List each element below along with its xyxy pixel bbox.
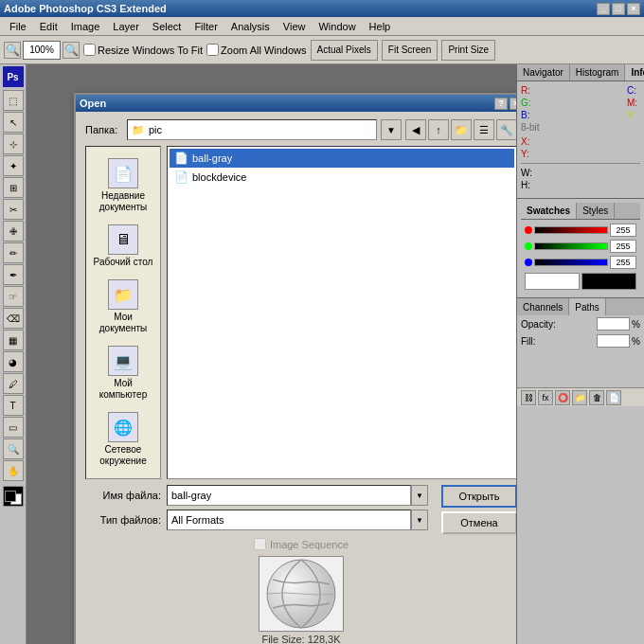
create-folder-button[interactable]: 📁 bbox=[451, 119, 472, 140]
filename-field-wrapper: ball-gray ▼ bbox=[167, 485, 428, 506]
new-group-icon[interactable]: 📁 bbox=[572, 390, 587, 405]
sidebar-desktop[interactable]: 🖥 Рабочий стол bbox=[89, 221, 157, 272]
fill-input[interactable] bbox=[597, 334, 630, 348]
filetype-label: Тип файлов: bbox=[85, 514, 161, 526]
green-slider[interactable] bbox=[534, 242, 608, 250]
blue-slider[interactable] bbox=[534, 259, 608, 266]
menu-filter[interactable]: Filter bbox=[188, 19, 223, 34]
info-r-row: R: C: bbox=[521, 85, 640, 96]
file-item-blockdevice[interactable]: 📄 blockdevice bbox=[170, 168, 514, 187]
sidebar-my-docs[interactable]: 📁 Мои документы bbox=[89, 276, 157, 338]
filetype-row: Тип файлов: All Formats ▼ bbox=[85, 510, 428, 530]
foreground-color-swatch[interactable] bbox=[525, 273, 580, 290]
tool-clone[interactable]: ✒ bbox=[3, 264, 24, 285]
filename-input[interactable]: ball-gray bbox=[167, 485, 411, 506]
green-value[interactable]: 255 bbox=[610, 240, 636, 253]
menu-edit[interactable]: Edit bbox=[34, 19, 63, 34]
dialog-help-button[interactable]: ? bbox=[494, 98, 508, 110]
dialog-title-buttons[interactable]: ? × bbox=[494, 98, 516, 110]
tool-lasso[interactable]: ⊹ bbox=[3, 134, 24, 154]
tool-eraser[interactable]: ⌫ bbox=[3, 308, 24, 329]
menu-select[interactable]: Select bbox=[147, 19, 188, 34]
swatches-tabs: Swatches Styles bbox=[521, 203, 640, 220]
tool-pen[interactable]: 🖊 bbox=[3, 373, 24, 394]
zoom-value[interactable]: 100% bbox=[23, 41, 61, 60]
filetype-field-wrapper: All Formats ▼ bbox=[167, 510, 428, 530]
dialog-close-button[interactable]: × bbox=[510, 98, 516, 110]
background-color-swatch[interactable] bbox=[581, 273, 636, 290]
nav-back-button[interactable]: ◀ bbox=[405, 119, 426, 140]
filename-value: ball-gray bbox=[171, 490, 211, 501]
title-bar-buttons[interactable]: _ □ × bbox=[597, 3, 640, 15]
menu-help[interactable]: Help bbox=[364, 19, 397, 34]
tool-heal[interactable]: ✙ bbox=[3, 221, 24, 242]
zoom-all-windows-checkbox[interactable]: Zoom All Windows bbox=[206, 44, 306, 56]
tab-channels[interactable]: Channels bbox=[517, 298, 569, 315]
menu-layer[interactable]: Layer bbox=[107, 19, 145, 34]
menu-file[interactable]: File bbox=[4, 19, 32, 34]
view-menu-button[interactable]: ☰ bbox=[474, 119, 494, 140]
tab-paths[interactable]: Paths bbox=[569, 298, 606, 315]
tool-zoom[interactable]: 🔍 bbox=[3, 438, 24, 459]
opacity-input[interactable] bbox=[597, 317, 630, 331]
filetype-dropdown-button[interactable]: ▼ bbox=[411, 510, 428, 530]
zoom-in-icon[interactable]: 🔍 bbox=[63, 42, 80, 59]
link-icon[interactable]: ⛓ bbox=[521, 390, 536, 405]
foreground-background-color[interactable] bbox=[3, 486, 24, 507]
open-button[interactable]: Открыть bbox=[441, 485, 516, 508]
menu-image[interactable]: Image bbox=[65, 19, 106, 34]
close-button[interactable]: × bbox=[627, 3, 640, 15]
tool-move[interactable]: ↖ bbox=[3, 112, 24, 133]
sidebar-network[interactable]: 🌐 Сетевое окружение bbox=[89, 408, 157, 471]
tool-shape[interactable]: ▭ bbox=[3, 417, 24, 438]
red-slider[interactable] bbox=[534, 226, 608, 234]
menu-analysis[interactable]: Analysis bbox=[225, 19, 276, 34]
cancel-button[interactable]: Отмена bbox=[441, 511, 516, 534]
folder-dropdown-button[interactable]: ▼ bbox=[381, 119, 402, 140]
new-layer-icon[interactable]: 📄 bbox=[606, 390, 621, 405]
tool-slice[interactable]: ✂ bbox=[3, 199, 24, 220]
nav-up-button[interactable]: ↑ bbox=[428, 119, 449, 140]
menu-view[interactable]: View bbox=[277, 19, 312, 34]
tool-history[interactable]: ☞ bbox=[3, 286, 24, 307]
fit-screen-button[interactable]: Fit Screen bbox=[382, 40, 438, 61]
tool-hand[interactable]: ✋ bbox=[3, 460, 24, 481]
recent-docs-icon: 📄 bbox=[108, 158, 138, 188]
menu-window[interactable]: Window bbox=[313, 19, 361, 34]
red-value[interactable]: 255 bbox=[610, 224, 636, 237]
tools-menu-button[interactable]: 🔧 bbox=[496, 119, 516, 140]
resize-windows-checkbox[interactable]: Resize Windows To Fit bbox=[83, 44, 203, 56]
color-sliders: 255 255 255 bbox=[521, 220, 640, 294]
tab-info[interactable]: Info bbox=[625, 64, 644, 80]
tool-text[interactable]: T bbox=[3, 395, 24, 416]
info-w-row: W: bbox=[521, 168, 640, 178]
filetype-input[interactable]: All Formats bbox=[167, 510, 411, 530]
sidebar-recent-docs[interactable]: 📄 Недавние документы bbox=[89, 154, 157, 217]
delete-icon[interactable]: 🗑 bbox=[589, 390, 604, 405]
folder-input[interactable]: 📁 pic bbox=[127, 119, 377, 140]
blue-value[interactable]: 255 bbox=[610, 256, 636, 269]
tab-histogram[interactable]: Histogram bbox=[570, 64, 626, 80]
tool-magic-wand[interactable]: ✦ bbox=[3, 155, 24, 176]
tab-navigator[interactable]: Navigator bbox=[517, 64, 570, 80]
file-list[interactable]: 📄 ball-gray 📄 blockdevice bbox=[167, 146, 516, 479]
mask-icon[interactable]: ⭕ bbox=[555, 390, 570, 405]
zoom-out-icon[interactable]: 🔍 bbox=[4, 42, 21, 59]
file-item-ball-gray[interactable]: 📄 ball-gray bbox=[170, 149, 514, 168]
image-sequence-checkbox[interactable]: Image Sequence bbox=[254, 538, 349, 550]
actual-pixels-button[interactable]: Actual Pixels bbox=[311, 40, 378, 61]
maximize-button[interactable]: □ bbox=[612, 3, 625, 15]
tool-gradient[interactable]: ▦ bbox=[3, 330, 24, 350]
filename-dropdown-button[interactable]: ▼ bbox=[411, 485, 428, 506]
tab-styles[interactable]: Styles bbox=[577, 203, 615, 219]
minimize-button[interactable]: _ bbox=[597, 3, 610, 15]
tool-marquee[interactable]: ⬚ bbox=[3, 90, 24, 111]
tool-brush[interactable]: ✏ bbox=[3, 242, 24, 263]
fx-icon[interactable]: fx bbox=[538, 390, 553, 405]
sidebar-my-computer[interactable]: 💻 Мой компьютер bbox=[89, 342, 157, 404]
r-value bbox=[538, 85, 623, 96]
print-size-button[interactable]: Print Size bbox=[441, 40, 495, 61]
tool-crop[interactable]: ⊞ bbox=[3, 177, 24, 198]
tool-dodge[interactable]: ◕ bbox=[3, 351, 24, 372]
tab-swatches[interactable]: Swatches bbox=[521, 203, 577, 219]
